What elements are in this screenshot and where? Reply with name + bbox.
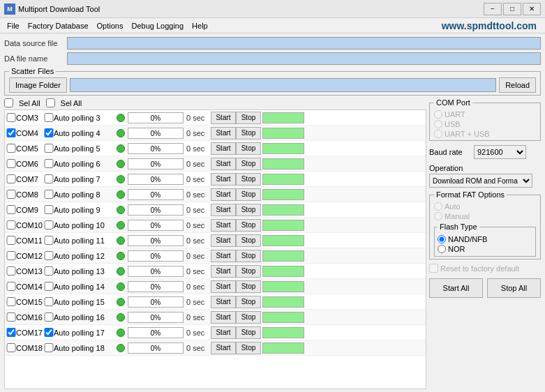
start-button-COM11[interactable]: Start — [211, 234, 236, 247]
start-button-COM18[interactable]: Start — [211, 342, 236, 354]
minimize-button[interactable]: − — [484, 3, 502, 15]
com-check-COM12[interactable] — [6, 251, 16, 260]
start-button-COM8[interactable]: Start — [211, 188, 236, 201]
stop-button-COM18[interactable]: Stop — [236, 342, 261, 354]
table-row: COM18 Auto polling 18 0% 0 sec Start Sto… — [5, 340, 426, 356]
start-button-COM16[interactable]: Start — [211, 311, 236, 324]
start-button-COM3[interactable]: Start — [211, 112, 236, 124]
progress-COM13: 0% — [128, 266, 184, 277]
auto-check-COM13[interactable] — [44, 266, 54, 276]
com-check-COM9[interactable] — [6, 205, 16, 214]
auto-check-COM4[interactable] — [44, 128, 54, 137]
menu-options[interactable]: Options — [93, 20, 128, 31]
stop-button-COM3[interactable]: Stop — [236, 112, 261, 124]
maximize-button[interactable]: □ — [503, 3, 521, 15]
baud-rate-select[interactable]: 921600 460800 115200 — [474, 145, 526, 159]
image-folder-button[interactable]: Image Folder — [9, 77, 67, 93]
start-button-COM7[interactable]: Start — [211, 173, 236, 186]
auto-check-COM3[interactable] — [44, 113, 54, 122]
usb-radio[interactable] — [434, 120, 442, 128]
format-manual-radio[interactable] — [434, 212, 442, 220]
stop-button-COM11[interactable]: Stop — [236, 234, 261, 247]
com-check-COM11[interactable] — [6, 236, 16, 245]
com-check-COM14[interactable] — [6, 282, 16, 291]
start-button-COM10[interactable]: Start — [211, 219, 236, 232]
com-check-COM10[interactable] — [6, 220, 16, 229]
menu-factory-database[interactable]: Factory Database — [24, 20, 93, 31]
stop-all-button[interactable]: Stop All — [487, 278, 541, 298]
stop-button-COM4[interactable]: Stop — [236, 127, 261, 140]
auto-check-COM9[interactable] — [44, 205, 54, 214]
table-row: COM5 Auto polling 5 0% 0 sec Start Stop — [5, 141, 426, 156]
uart-radio[interactable] — [434, 110, 442, 119]
start-button-COM6[interactable]: Start — [211, 158, 236, 170]
com-check-COM13[interactable] — [6, 266, 16, 276]
sel-all-check1[interactable] — [4, 98, 13, 107]
start-button-COM14[interactable]: Start — [211, 280, 236, 293]
stop-button-COM15[interactable]: Stop — [236, 296, 261, 308]
stop-button-COM13[interactable]: Stop — [236, 265, 261, 278]
start-button-COM9[interactable]: Start — [211, 204, 236, 216]
auto-check-COM14[interactable] — [44, 282, 54, 291]
da-file-input[interactable] — [67, 52, 541, 65]
stop-button-COM14[interactable]: Stop — [236, 280, 261, 293]
start-button-COM15[interactable]: Start — [211, 296, 236, 308]
menu-help[interactable]: Help — [188, 20, 212, 31]
operation-select[interactable]: Download ROM and Forma Format Only Firmw… — [429, 174, 532, 188]
auto-check-COM18[interactable] — [44, 343, 54, 352]
auto-check-COM15[interactable] — [44, 297, 54, 306]
com-check-COM4[interactable] — [6, 128, 16, 137]
start-button-COM17[interactable]: Start — [211, 326, 236, 339]
stop-button-COM7[interactable]: Stop — [236, 173, 261, 186]
com-check-COM7[interactable] — [6, 174, 16, 183]
close-button[interactable]: ✕ — [523, 3, 541, 15]
com-check-COM6[interactable] — [6, 159, 16, 168]
menu-file[interactable]: File — [3, 20, 24, 31]
auto-check-COM5[interactable] — [44, 144, 54, 153]
auto-check-COM12[interactable] — [44, 251, 54, 260]
sel-all-check2[interactable] — [46, 98, 55, 107]
uart-usb-radio[interactable] — [434, 130, 442, 138]
auto-check-COM7[interactable] — [44, 174, 54, 183]
reset-check[interactable] — [429, 264, 438, 273]
status-cell-COM8 — [262, 189, 304, 200]
com-check-COM17[interactable] — [6, 328, 16, 337]
auto-check-COM6[interactable] — [44, 159, 54, 168]
nand-radio[interactable] — [438, 235, 446, 243]
auto-check-COM11[interactable] — [44, 236, 54, 245]
stop-button-COM16[interactable]: Stop — [236, 311, 261, 324]
com-check-COM16[interactable] — [6, 312, 16, 322]
data-source-input[interactable] — [67, 37, 541, 50]
stop-button-COM8[interactable]: Stop — [236, 188, 261, 201]
stop-button-COM12[interactable]: Stop — [236, 250, 261, 262]
stop-button-COM5[interactable]: Stop — [236, 142, 261, 155]
com-check-COM5[interactable] — [6, 144, 16, 153]
auto-check-COM17[interactable] — [44, 328, 54, 337]
start-all-button[interactable]: Start All — [429, 278, 483, 298]
status-cell-COM9 — [262, 204, 304, 216]
stop-button-COM6[interactable]: Stop — [236, 158, 261, 170]
nor-radio[interactable] — [438, 245, 446, 253]
stop-button-COM10[interactable]: Stop — [236, 219, 261, 232]
status-cell-COM7 — [262, 174, 304, 185]
menu-debug-logging[interactable]: Debug Logging — [127, 20, 188, 31]
format-auto-radio[interactable] — [434, 202, 442, 211]
start-button-COM12[interactable]: Start — [211, 250, 236, 262]
com-check-COM18[interactable] — [6, 343, 16, 352]
com-check-COM3[interactable] — [6, 113, 16, 122]
com-check-COM15[interactable] — [6, 297, 16, 306]
start-button-COM5[interactable]: Start — [211, 142, 236, 155]
reload-button[interactable]: Reload — [499, 77, 536, 93]
com-id-COM16: COM16 — [16, 313, 44, 322]
com-check-COM8[interactable] — [6, 190, 16, 199]
auto-check-COM10[interactable] — [44, 220, 54, 229]
start-button-COM4[interactable]: Start — [211, 127, 236, 140]
auto-check-COM8[interactable] — [44, 190, 54, 199]
stop-button-COM9[interactable]: Stop — [236, 204, 261, 216]
auto-check-COM16[interactable] — [44, 312, 54, 322]
scatter-input[interactable] — [70, 78, 496, 92]
start-button-COM13[interactable]: Start — [211, 265, 236, 278]
status-cell-COM16 — [262, 312, 304, 323]
stop-button-COM17[interactable]: Stop — [236, 326, 261, 339]
left-panel: Sel All Sel All COM3 Auto polling 3 0% 0… — [4, 98, 426, 389]
